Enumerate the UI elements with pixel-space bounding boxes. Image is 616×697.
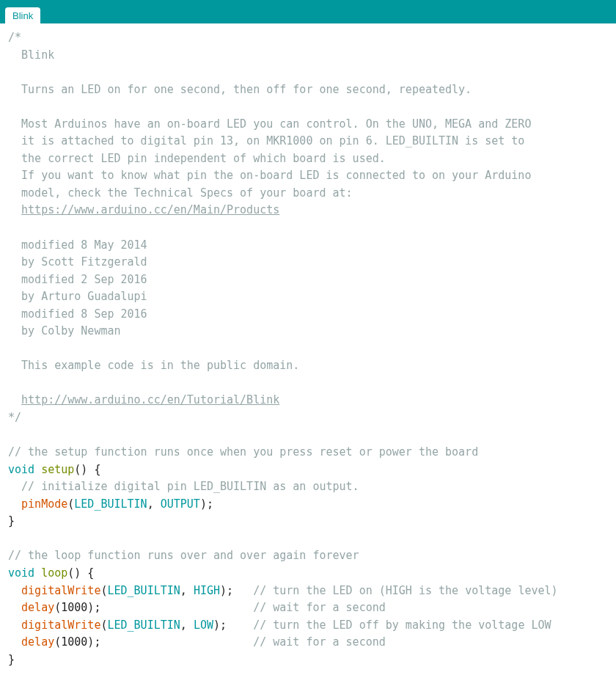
comment-line: by Arturo Guadalupi [8, 290, 147, 303]
comment-line: Blink [8, 48, 54, 62]
const-high: HIGH [194, 584, 220, 597]
code-text: , [180, 584, 194, 597]
const-led-builtin: LED_BUILTIN [107, 584, 180, 597]
comment-line: by Scott Fitzgerald [8, 255, 147, 269]
comment-inline: // turn the LED off by making the voltag… [253, 618, 551, 632]
code-text: () { [74, 463, 100, 476]
comment-link-products[interactable]: https://www.arduino.cc/en/Main/Products [21, 203, 279, 216]
comment-inline: // wait for a second [253, 635, 386, 649]
comment-line: it is attached to digital pin 13, on MKR… [8, 134, 524, 147]
call-delay: delay [21, 601, 54, 614]
code-text [8, 635, 21, 649]
keyword-void: void [8, 566, 34, 580]
comment-line: // the loop function runs over and over … [8, 549, 359, 562]
comment-line: modified 8 May 2014 [8, 238, 147, 252]
code-text: ( [67, 497, 74, 511]
code-text [8, 584, 21, 597]
code-text: ); [200, 497, 213, 511]
call-delay: delay [21, 635, 54, 649]
comment-line: Most Arduinos have an on-board LED you c… [8, 117, 531, 131]
comment-link-tutorial[interactable]: http://www.arduino.cc/en/Tutorial/Blink [21, 393, 279, 406]
comment-inline: // wait for a second [253, 601, 386, 614]
const-low: LOW [194, 618, 213, 632]
code-text: (1000); [54, 601, 253, 614]
code-text: , [180, 618, 194, 632]
code-text [34, 463, 41, 476]
call-pinmode: pinMode [21, 497, 67, 511]
code-editor[interactable]: /* Blink Turns an LED on for one second,… [0, 23, 616, 679]
tab-bar: Blink [0, 0, 616, 23]
call-digitalwrite: digitalWrite [21, 584, 100, 597]
tab-blink[interactable]: Blink [5, 7, 40, 23]
func-name-loop: loop [41, 566, 67, 580]
comment-line: This example code is in the public domai… [8, 359, 299, 372]
code-text: () { [67, 566, 94, 580]
comment-line [8, 393, 21, 406]
code-text: ); [220, 584, 253, 597]
call-digitalwrite: digitalWrite [21, 618, 100, 632]
func-name-setup: setup [41, 463, 74, 476]
const-led-builtin: LED_BUILTIN [107, 618, 180, 632]
comment-line: the correct LED pin independent of which… [8, 152, 386, 165]
comment-inline: // turn the LED on (HIGH is the voltage … [253, 584, 557, 597]
comment-line [8, 203, 21, 216]
comment-line: // initialize digital pin LED_BUILTIN as… [8, 480, 359, 493]
code-text: (1000); [54, 635, 253, 649]
code-text [8, 618, 21, 632]
comment-line: modified 8 Sep 2016 [8, 307, 147, 321]
keyword-void: void [8, 463, 34, 476]
code-text [34, 566, 41, 580]
code-text: ); [213, 618, 253, 632]
comment-line: model, check the Technical Specs of your… [8, 186, 353, 200]
comment-line: Turns an LED on for one second, then off… [8, 83, 472, 96]
code-text [8, 497, 21, 511]
comment-line: modified 2 Sep 2016 [8, 273, 147, 286]
comment-line: by Colby Newman [8, 324, 121, 337]
code-text: } [8, 514, 15, 528]
const-output: OUTPUT [161, 497, 200, 511]
code-text [8, 601, 21, 614]
comment-line: // the setup function runs once when you… [8, 445, 478, 459]
code-text: } [8, 653, 15, 666]
comment-line: */ [8, 411, 21, 424]
const-led-builtin: LED_BUILTIN [74, 497, 147, 511]
code-text: , [147, 497, 161, 511]
comment-line: If you want to know what pin the on-boar… [8, 169, 531, 182]
comment-line: /* [8, 31, 21, 44]
